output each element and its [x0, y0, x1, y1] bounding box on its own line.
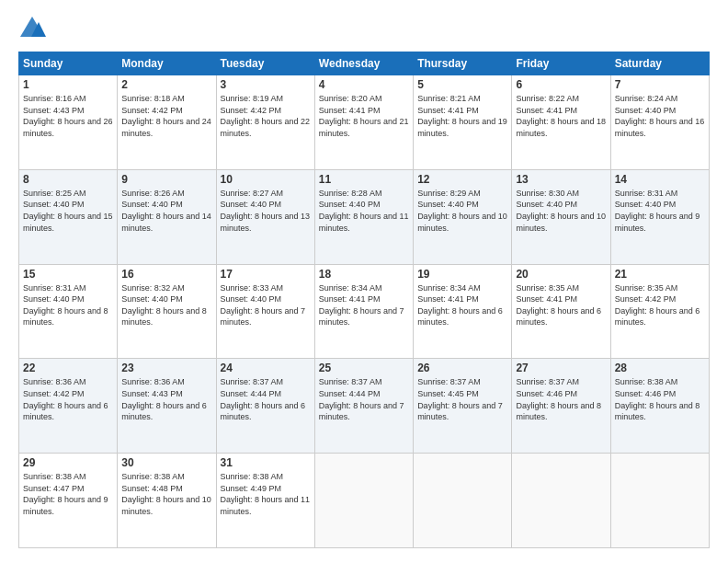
cell-text: Sunrise: 8:34 AMSunset: 4:41 PMDaylight:…	[319, 283, 404, 327]
cell-text: Sunrise: 8:32 AMSunset: 4:40 PMDaylight:…	[121, 283, 207, 327]
calendar-cell	[610, 454, 709, 548]
cell-text: Sunrise: 8:37 AMSunset: 4:45 PMDaylight:…	[417, 377, 503, 421]
cell-text: Sunrise: 8:28 AMSunset: 4:40 PMDaylight:…	[319, 189, 409, 233]
header	[18, 15, 710, 42]
calendar-cell: 2Sunrise: 8:18 AMSunset: 4:42 PMDaylight…	[118, 75, 216, 170]
calendar-cell: 24Sunrise: 8:37 AMSunset: 4:44 PMDayligh…	[216, 359, 314, 454]
calendar-cell: 15Sunrise: 8:31 AMSunset: 4:40 PMDayligh…	[19, 264, 118, 359]
day-number: 21	[615, 268, 705, 281]
cell-text: Sunrise: 8:24 AMSunset: 4:40 PMDaylight:…	[615, 94, 705, 138]
day-number: 4	[319, 78, 409, 91]
calendar-cell	[414, 454, 512, 548]
calendar-cell: 25Sunrise: 8:37 AMSunset: 4:44 PMDayligh…	[314, 359, 413, 454]
weekday-header: Wednesday	[314, 52, 413, 75]
page: SundayMondayTuesdayWednesdayThursdayFrid…	[0, 0, 728, 563]
calendar-week-row: 29Sunrise: 8:38 AMSunset: 4:47 PMDayligh…	[19, 454, 710, 548]
cell-text: Sunrise: 8:18 AMSunset: 4:42 PMDaylight:…	[121, 94, 211, 138]
cell-text: Sunrise: 8:31 AMSunset: 4:40 PMDaylight:…	[23, 283, 108, 327]
calendar-cell: 13Sunrise: 8:30 AMSunset: 4:40 PMDayligh…	[512, 169, 610, 264]
calendar-week-row: 8Sunrise: 8:25 AMSunset: 4:40 PMDaylight…	[19, 169, 710, 264]
cell-text: Sunrise: 8:25 AMSunset: 4:40 PMDaylight:…	[23, 189, 113, 233]
calendar-cell: 30Sunrise: 8:38 AMSunset: 4:48 PMDayligh…	[118, 454, 216, 548]
cell-text: Sunrise: 8:26 AMSunset: 4:40 PMDaylight:…	[121, 189, 211, 233]
calendar-cell: 17Sunrise: 8:33 AMSunset: 4:40 PMDayligh…	[216, 264, 314, 359]
cell-text: Sunrise: 8:31 AMSunset: 4:40 PMDaylight:…	[615, 189, 700, 233]
day-number: 7	[615, 78, 705, 91]
day-number: 18	[319, 268, 409, 281]
cell-text: Sunrise: 8:34 AMSunset: 4:41 PMDaylight:…	[417, 283, 503, 327]
day-number: 23	[121, 362, 211, 374]
cell-text: Sunrise: 8:38 AMSunset: 4:46 PMDaylight:…	[615, 377, 700, 421]
calendar-cell: 22Sunrise: 8:36 AMSunset: 4:42 PMDayligh…	[19, 359, 118, 454]
calendar-cell: 29Sunrise: 8:38 AMSunset: 4:47 PMDayligh…	[19, 454, 118, 548]
calendar-cell: 7Sunrise: 8:24 AMSunset: 4:40 PMDaylight…	[610, 75, 709, 170]
calendar: SundayMondayTuesdayWednesdayThursdayFrid…	[18, 52, 710, 548]
day-number: 6	[516, 78, 606, 91]
calendar-cell: 11Sunrise: 8:28 AMSunset: 4:40 PMDayligh…	[314, 169, 413, 264]
weekday-row: SundayMondayTuesdayWednesdayThursdayFrid…	[19, 52, 710, 75]
day-number: 27	[516, 362, 606, 374]
cell-text: Sunrise: 8:22 AMSunset: 4:41 PMDaylight:…	[516, 94, 606, 138]
calendar-cell: 26Sunrise: 8:37 AMSunset: 4:45 PMDayligh…	[414, 359, 512, 454]
weekday-header: Friday	[512, 52, 610, 75]
calendar-cell: 16Sunrise: 8:32 AMSunset: 4:40 PMDayligh…	[118, 264, 216, 359]
day-number: 12	[417, 173, 507, 186]
calendar-cell: 28Sunrise: 8:38 AMSunset: 4:46 PMDayligh…	[610, 359, 709, 454]
calendar-cell: 8Sunrise: 8:25 AMSunset: 4:40 PMDaylight…	[19, 169, 118, 264]
day-number: 16	[121, 268, 211, 281]
cell-text: Sunrise: 8:38 AMSunset: 4:48 PMDaylight:…	[121, 472, 211, 516]
weekday-header: Sunday	[19, 52, 118, 75]
day-number: 11	[319, 173, 409, 186]
day-number: 8	[23, 173, 113, 186]
calendar-body: 1Sunrise: 8:16 AMSunset: 4:43 PMDaylight…	[19, 75, 710, 548]
logo	[18, 15, 50, 42]
day-number: 19	[417, 268, 507, 281]
calendar-week-row: 1Sunrise: 8:16 AMSunset: 4:43 PMDaylight…	[19, 75, 710, 170]
calendar-cell: 1Sunrise: 8:16 AMSunset: 4:43 PMDaylight…	[19, 75, 118, 170]
calendar-cell: 6Sunrise: 8:22 AMSunset: 4:41 PMDaylight…	[512, 75, 610, 170]
day-number: 17	[221, 268, 311, 281]
cell-text: Sunrise: 8:36 AMSunset: 4:43 PMDaylight:…	[121, 377, 207, 421]
day-number: 1	[23, 78, 113, 91]
cell-text: Sunrise: 8:19 AMSunset: 4:42 PMDaylight:…	[221, 94, 311, 138]
cell-text: Sunrise: 8:33 AMSunset: 4:40 PMDaylight:…	[221, 283, 306, 327]
day-number: 29	[23, 456, 113, 469]
day-number: 14	[615, 173, 705, 186]
day-number: 28	[615, 362, 705, 374]
calendar-cell: 19Sunrise: 8:34 AMSunset: 4:41 PMDayligh…	[414, 264, 512, 359]
calendar-cell: 20Sunrise: 8:35 AMSunset: 4:41 PMDayligh…	[512, 264, 610, 359]
day-number: 5	[417, 78, 507, 91]
day-number: 25	[319, 362, 409, 374]
day-number: 20	[516, 268, 606, 281]
cell-text: Sunrise: 8:38 AMSunset: 4:47 PMDaylight:…	[23, 472, 108, 516]
calendar-cell: 10Sunrise: 8:27 AMSunset: 4:40 PMDayligh…	[216, 169, 314, 264]
calendar-cell: 4Sunrise: 8:20 AMSunset: 4:41 PMDaylight…	[314, 75, 413, 170]
calendar-cell: 27Sunrise: 8:37 AMSunset: 4:46 PMDayligh…	[512, 359, 610, 454]
cell-text: Sunrise: 8:35 AMSunset: 4:41 PMDaylight:…	[516, 283, 601, 327]
weekday-header: Tuesday	[216, 52, 314, 75]
cell-text: Sunrise: 8:37 AMSunset: 4:44 PMDaylight:…	[319, 377, 404, 421]
cell-text: Sunrise: 8:29 AMSunset: 4:40 PMDaylight:…	[417, 189, 507, 233]
calendar-cell	[512, 454, 610, 548]
day-number: 24	[221, 362, 311, 374]
calendar-header: SundayMondayTuesdayWednesdayThursdayFrid…	[19, 52, 710, 75]
calendar-cell: 21Sunrise: 8:35 AMSunset: 4:42 PMDayligh…	[610, 264, 709, 359]
calendar-cell: 23Sunrise: 8:36 AMSunset: 4:43 PMDayligh…	[118, 359, 216, 454]
calendar-week-row: 22Sunrise: 8:36 AMSunset: 4:42 PMDayligh…	[19, 359, 710, 454]
cell-text: Sunrise: 8:21 AMSunset: 4:41 PMDaylight:…	[417, 94, 507, 138]
cell-text: Sunrise: 8:20 AMSunset: 4:41 PMDaylight:…	[319, 94, 409, 138]
cell-text: Sunrise: 8:35 AMSunset: 4:42 PMDaylight:…	[615, 283, 700, 327]
cell-text: Sunrise: 8:37 AMSunset: 4:46 PMDaylight:…	[516, 377, 601, 421]
cell-text: Sunrise: 8:30 AMSunset: 4:40 PMDaylight:…	[516, 189, 606, 233]
cell-text: Sunrise: 8:27 AMSunset: 4:40 PMDaylight:…	[221, 189, 311, 233]
cell-text: Sunrise: 8:38 AMSunset: 4:49 PMDaylight:…	[221, 472, 311, 516]
calendar-cell: 5Sunrise: 8:21 AMSunset: 4:41 PMDaylight…	[414, 75, 512, 170]
calendar-cell: 3Sunrise: 8:19 AMSunset: 4:42 PMDaylight…	[216, 75, 314, 170]
day-number: 9	[121, 173, 211, 186]
day-number: 3	[221, 78, 311, 91]
weekday-header: Saturday	[610, 52, 709, 75]
calendar-cell: 18Sunrise: 8:34 AMSunset: 4:41 PMDayligh…	[314, 264, 413, 359]
cell-text: Sunrise: 8:36 AMSunset: 4:42 PMDaylight:…	[23, 377, 108, 421]
day-number: 31	[221, 456, 311, 469]
calendar-cell: 14Sunrise: 8:31 AMSunset: 4:40 PMDayligh…	[610, 169, 709, 264]
